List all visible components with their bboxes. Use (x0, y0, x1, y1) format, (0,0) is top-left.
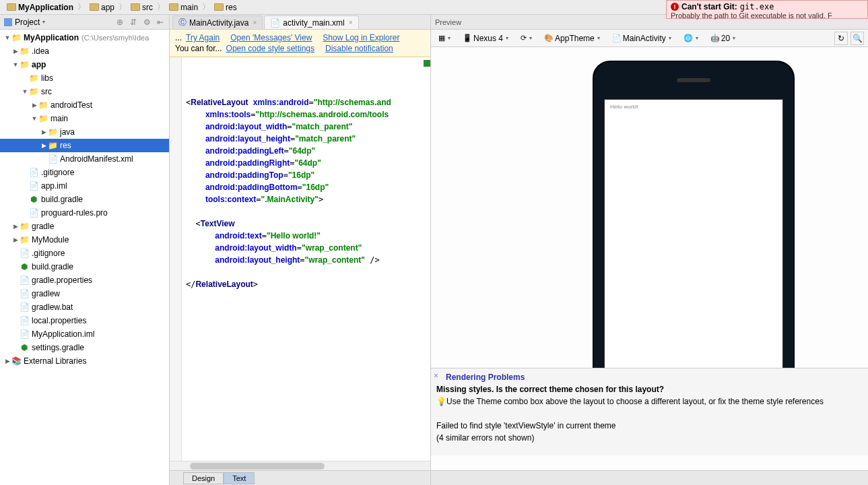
breadcrumb-item[interactable]: MyApplication (4, 3, 76, 12)
breadcrumb-item[interactable]: main (166, 3, 201, 12)
tree-row[interactable]: ⬢settings.gradle (0, 341, 169, 354)
design-tab[interactable]: Design (183, 472, 224, 484)
editor-tab[interactable]: 📄activity_main.xml× (264, 15, 358, 29)
folder-icon: 📁 (19, 46, 30, 57)
gear-icon[interactable]: ⚙ (142, 18, 152, 27)
tree-arrow-icon[interactable]: ▶ (4, 358, 11, 364)
tree-row[interactable]: 📄gradlew.bat (0, 300, 169, 314)
editor-hscroll[interactable] (170, 461, 430, 470)
gradle-icon: ⬢ (19, 261, 30, 272)
tree-arrow-icon[interactable]: ▶ (31, 102, 38, 108)
tree-row[interactable]: ▶📚External Libraries (0, 354, 169, 368)
tree-row[interactable]: ▼📁src (0, 85, 169, 98)
close-icon[interactable]: × (434, 370, 438, 382)
collapse-icon[interactable]: ⇵ (129, 18, 138, 27)
tree-arrow-icon[interactable]: ▶ (12, 223, 19, 230)
file-icon: 📄 (19, 248, 30, 259)
locale-dropdown[interactable]: 🌐 (680, 32, 702, 44)
tree-row[interactable]: ▼📁main (0, 112, 169, 125)
tree-row[interactable]: 📄gradle.properties (0, 273, 169, 287)
tree-row[interactable]: ▼📁MyApplication(C:\Users\smyh\Idea (0, 31, 169, 44)
tree-row[interactable]: 📄local.properties (0, 314, 169, 327)
tree-arrow-icon[interactable]: ▼ (12, 61, 19, 68)
git-error-code: git.exe (740, 2, 774, 11)
refresh-icon[interactable]: ↻ (834, 32, 848, 45)
tree-row[interactable]: 📁libs (0, 71, 169, 85)
close-icon[interactable]: × (253, 19, 257, 26)
tree-arrow-icon[interactable]: ▶ (40, 142, 47, 149)
tree-row[interactable]: 📄MyApplication.iml (0, 327, 169, 341)
tree-row[interactable]: 📄gradlew (0, 287, 169, 300)
tree-label: gradlew (32, 289, 60, 298)
tree-label: java (60, 127, 75, 137)
dropdown-icon[interactable]: ▾ (42, 19, 45, 25)
tree-row[interactable]: ▼📁app (0, 58, 169, 71)
target-icon[interactable]: ⊕ (115, 18, 125, 27)
preview-toolbar: ▦ 📱 Nexus 4 ⟳ 🎨 AppTheme 📄 MainActivity … (431, 30, 868, 47)
tree-label: build.gradle (41, 195, 83, 204)
tree-row[interactable]: 📄app.iml (0, 179, 169, 193)
disable-link[interactable]: Disable notification (325, 44, 393, 53)
tree-arrow-icon[interactable]: ▼ (22, 88, 28, 95)
tree-row[interactable]: ▶📁gradle (0, 220, 169, 233)
theme-dropdown[interactable]: 🎨 AppTheme (541, 32, 603, 45)
editor-tabs: ⒸMainActivity.java×📄activity_main.xml× (170, 15, 430, 30)
try-again-link[interactable]: Try Again (186, 33, 220, 42)
prop-icon: 📄 (19, 275, 30, 286)
tree-row[interactable]: ▶📁androidTest (0, 98, 169, 112)
tree-row[interactable]: ▶📁MyModule (0, 233, 169, 247)
tree-row[interactable]: 📄AndroidManifest.xml (0, 152, 169, 166)
tree-row[interactable]: ⬢build.gradle (0, 193, 169, 206)
project-tool-label: Project (15, 18, 40, 27)
open-messages-link[interactable]: Open 'Messages' View (230, 33, 312, 42)
device-screen: Hello world! (604, 99, 783, 399)
config-dropdown[interactable]: ▦ (435, 32, 454, 44)
breadcrumb-label: src (142, 3, 153, 12)
tree-label: app.iml (41, 181, 67, 191)
editor-tab[interactable]: ⒸMainActivity.java× (172, 15, 263, 29)
hide-icon[interactable]: ⇤ (156, 18, 165, 27)
text-tab[interactable]: Text (224, 472, 255, 484)
zoom-icon[interactable]: 🔍 (850, 32, 864, 45)
preview-area: Hello world! × Rendering Problems Missin… (431, 47, 868, 470)
breadcrumb-label: MyApplication (18, 3, 73, 12)
tree-row[interactable]: ▶📁java (0, 125, 169, 139)
render-problems-panel: × Rendering Problems Missing styles. Is … (431, 368, 868, 455)
module-icon: 📁 (19, 234, 30, 245)
tree-label: gradlew.bat (32, 302, 73, 312)
open-style-link[interactable]: Open code style settings (226, 44, 314, 53)
render-title: Rendering Problems (446, 373, 525, 382)
show-log-link[interactable]: Show Log in Explorer (323, 33, 399, 42)
tree-label: MyModule (32, 235, 69, 245)
tree-arrow-icon[interactable]: ▼ (31, 115, 38, 122)
tree-row[interactable]: 📄.gitignore (0, 247, 169, 260)
device-dropdown[interactable]: 📱 Nexus 4 (459, 32, 512, 45)
tree-label: src (41, 87, 52, 96)
hint-prefix: ... (175, 33, 182, 42)
api-dropdown[interactable]: 🤖 20 (707, 32, 739, 45)
tree-arrow-icon[interactable]: ▶ (12, 48, 19, 55)
tree-row[interactable]: 📄proguard-rules.pro (0, 206, 169, 220)
activity-dropdown[interactable]: 📄 MainActivity (609, 32, 675, 45)
code-editor[interactable]: <RelativeLayout xmlns:android="http://sc… (170, 57, 430, 461)
tree-row[interactable]: ▶📁.idea (0, 44, 169, 58)
tree-label: app (32, 60, 46, 69)
tree-row[interactable]: ⬢build.gradle (0, 260, 169, 273)
breadcrumb-item[interactable]: app (87, 3, 117, 12)
breadcrumb-item[interactable]: res (211, 3, 240, 12)
tree-row[interactable]: 📄.gitignore (0, 166, 169, 179)
tree-label: gradle (32, 222, 54, 231)
module-icon: 📁 (19, 59, 30, 70)
tree-arrow-icon[interactable]: ▶ (40, 129, 47, 135)
breadcrumb-separator: 〉 (77, 1, 86, 13)
scrollbar-thumb[interactable] (190, 463, 325, 470)
close-icon[interactable]: × (349, 19, 353, 26)
preview-textview: Hello world! (610, 104, 638, 110)
git-error-banner: ! Can't start Git: git.exe Probably the … (666, 0, 868, 19)
tree-row[interactable]: ▶📁res (0, 139, 169, 152)
tree-arrow-icon[interactable]: ▶ (12, 236, 19, 243)
orientation-dropdown[interactable]: ⟳ (517, 32, 535, 44)
breadcrumb-item[interactable]: src (128, 3, 156, 12)
tree-arrow-icon[interactable]: ▼ (4, 34, 11, 41)
project-tree: ▼📁MyApplication(C:\Users\smyh\Idea▶📁.ide… (0, 30, 169, 485)
